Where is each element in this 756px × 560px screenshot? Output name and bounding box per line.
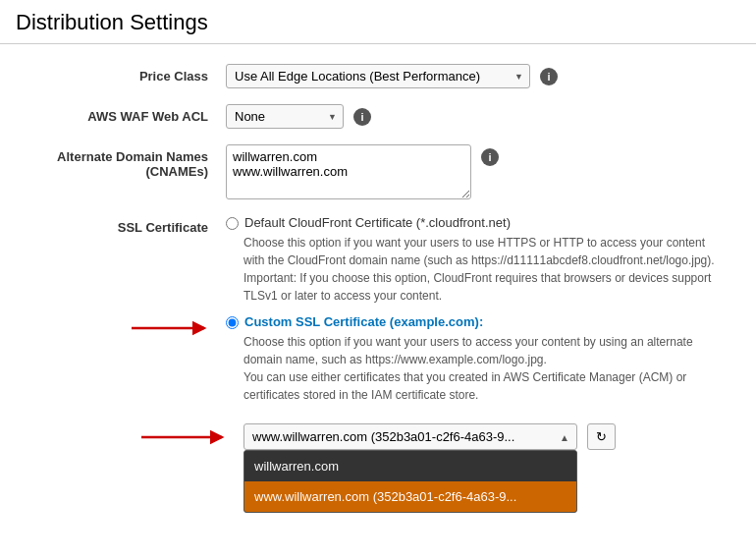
cert-select-wrapper[interactable]: www.willwarren.com (352b3a01-c2f6-4a63-9…: [243, 423, 577, 450]
custom-ssl-description: Choose this option if you want your user…: [243, 333, 715, 404]
cert-dropdown-arrow: [137, 425, 232, 449]
cert-dropdown-menu: willwarren.com www.willwarren.com (352b3…: [243, 450, 577, 513]
custom-ssl-radio-row: Custom SSL Certificate (example.com):: [226, 314, 715, 329]
custom-ssl-container: Custom SSL Certificate (example.com): Ch…: [226, 314, 727, 472]
waf-info-icon[interactable]: i: [353, 108, 371, 126]
ssl-default-option: Default CloudFront Certificate (*.cloudf…: [226, 215, 727, 230]
custom-ssl-label-text: Custom SSL Certificate (example.com):: [244, 314, 483, 329]
ssl-default-description: Choose this option if you want your user…: [243, 234, 715, 305]
cert-select[interactable]: www.willwarren.com (352b3a01-c2f6-4a63-9…: [243, 423, 577, 450]
cert-arrow-svg: [137, 425, 232, 449]
waf-control: None i: [226, 104, 727, 129]
cnames-row: Alternate Domain Names (CNAMEs) willwarr…: [29, 144, 727, 199]
ssl-custom-label[interactable]: Custom SSL Certificate (example.com):: [244, 314, 483, 329]
price-class-row: Price Class Use All Edge Locations (Best…: [29, 64, 727, 88]
ssl-default-label[interactable]: Default CloudFront Certificate (*.cloudf…: [244, 215, 511, 230]
price-class-control: Use All Edge Locations (Best Performance…: [226, 64, 727, 88]
refresh-icon: ↻: [596, 429, 607, 444]
content-area: Price Class Use All Edge Locations (Best…: [0, 44, 756, 507]
custom-ssl-arrow: [128, 316, 214, 340]
price-class-select-wrapper[interactable]: Use All Edge Locations (Best Performance…: [226, 64, 530, 88]
cnames-input[interactable]: willwarren.com www.willwarren.com: [226, 144, 471, 199]
waf-label: AWS WAF Web ACL: [29, 104, 226, 124]
ssl-label: SSL Certificate: [29, 215, 226, 235]
ssl-default-radio[interactable]: [226, 217, 239, 230]
ssl-custom-radio[interactable]: [226, 316, 239, 329]
cnames-info-icon[interactable]: i: [481, 148, 499, 166]
price-class-info-icon[interactable]: i: [540, 68, 558, 85]
custom-ssl-content: Custom SSL Certificate (example.com): Ch…: [226, 314, 715, 472]
ssl-section: Default CloudFront Certificate (*.cloudf…: [226, 215, 727, 472]
price-class-label: Price Class: [29, 64, 226, 84]
cert-refresh-button[interactable]: ↻: [587, 423, 616, 450]
price-class-select[interactable]: Use All Edge Locations (Best Performance…: [226, 64, 530, 88]
page-title: Distribution Settings: [16, 10, 740, 35]
arrow-svg: [128, 316, 214, 340]
cnames-control: willwarren.com www.willwarren.com i: [226, 144, 727, 199]
ssl-row: SSL Certificate Default CloudFront Certi…: [29, 215, 727, 472]
waf-select-wrapper[interactable]: None: [226, 104, 344, 129]
cert-dropdown-area: www.willwarren.com (352b3a01-c2f6-4a63-9…: [243, 423, 616, 450]
cert-option-1[interactable]: willwarren.com: [244, 451, 576, 481]
page-header: Distribution Settings: [0, 0, 756, 44]
cnames-label: Alternate Domain Names (CNAMEs): [29, 144, 226, 179]
cert-option-2[interactable]: www.willwarren.com (352b3a01-c2f6-4a63-9…: [244, 481, 576, 512]
waf-select[interactable]: None: [226, 104, 344, 129]
waf-row: AWS WAF Web ACL None i: [29, 104, 727, 129]
